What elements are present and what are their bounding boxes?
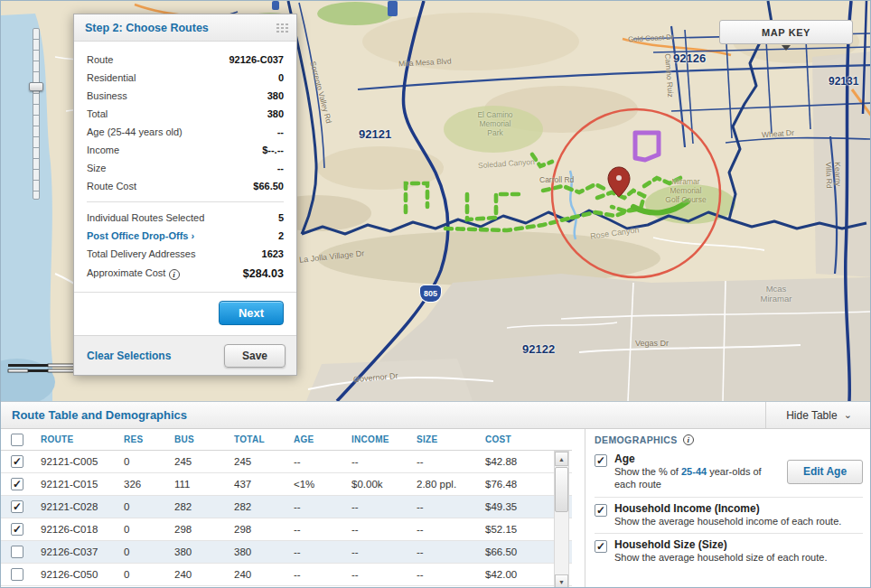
field-label: Age (25-44 years old) bbox=[87, 126, 183, 137]
field-value: 380 bbox=[267, 108, 284, 119]
summary-value: 2 bbox=[278, 230, 284, 241]
summary-value: 1623 bbox=[262, 248, 284, 259]
field-label: Total bbox=[87, 108, 108, 119]
map-label-kearny-villa-rd: Kearny Villa Rd bbox=[823, 162, 842, 193]
panel-header: Step 2: Choose Routes bbox=[74, 14, 296, 42]
row-checkbox[interactable]: ✓ bbox=[11, 478, 23, 490]
cell-income: -- bbox=[344, 569, 409, 580]
field-value: 380 bbox=[267, 90, 284, 101]
cell-bus: 111 bbox=[167, 479, 227, 490]
save-button[interactable]: Save bbox=[224, 344, 286, 368]
cell-size: -- bbox=[409, 569, 478, 580]
cell-size: -- bbox=[409, 524, 478, 535]
income-checkbox[interactable]: ✓ bbox=[595, 504, 607, 517]
field-residential: Residential0 bbox=[87, 69, 284, 87]
drag-handle-icon[interactable] bbox=[276, 23, 289, 33]
table-section-title: Route Table and Demographics bbox=[1, 408, 187, 422]
table-row[interactable]: ✓ 92121-C015 326 111 437 <1% $0.00k 2.80… bbox=[1, 473, 572, 496]
next-button[interactable]: Next bbox=[219, 301, 284, 325]
table-scrollbar[interactable]: ▲ ▼ bbox=[554, 451, 569, 588]
column-header-total[interactable]: TOTAL bbox=[227, 434, 286, 444]
map-label-el-camino-memorial-park: El Camino Memorial Park bbox=[464, 111, 527, 137]
zoom-slider[interactable] bbox=[28, 28, 44, 200]
summary-label: Approximate Cost bbox=[87, 267, 165, 278]
cell-total: 245 bbox=[227, 456, 286, 467]
field-size: Size-- bbox=[87, 159, 284, 177]
table-section-header: Route Table and Demographics Hide Table … bbox=[1, 402, 871, 429]
demographics-header: DEMOGRAPHICS i bbox=[595, 434, 863, 445]
map-label-vegas-dr: Vegas Dr bbox=[635, 339, 669, 348]
summary-value: $284.03 bbox=[243, 267, 284, 280]
cell-res: 0 bbox=[117, 501, 167, 512]
row-checkbox[interactable] bbox=[11, 546, 23, 558]
table-row[interactable]: 92126-C050 0 240 240 -- -- -- $42.00 bbox=[1, 564, 572, 586]
column-header-size[interactable]: SIZE bbox=[409, 434, 478, 444]
info-icon[interactable]: i bbox=[169, 269, 180, 280]
cell-bus: 380 bbox=[167, 546, 227, 557]
age-text: Age Show the % of 25-44 year-olds of eac… bbox=[614, 453, 780, 491]
edit-age-button[interactable]: Edit Age bbox=[787, 460, 863, 484]
zoom-slider-track[interactable] bbox=[33, 28, 40, 200]
size-text: Household Size (Size) Show the average h… bbox=[614, 538, 863, 564]
field-label: Route bbox=[87, 54, 113, 65]
table-row[interactable]: 92126-C037 0 380 380 -- -- -- $66.50 bbox=[1, 541, 572, 564]
field-label: Size bbox=[87, 163, 106, 173]
summary-label: Total Delivery Addresses bbox=[87, 248, 195, 259]
route-table-section: Route Table and Demographics Hide Table … bbox=[1, 401, 871, 588]
size-checkbox[interactable]: ✓ bbox=[595, 540, 607, 553]
cell-res: 0 bbox=[117, 524, 167, 535]
summary-approx-cost: Approximate Cost i $284.03 bbox=[87, 263, 284, 285]
cell-total: 240 bbox=[227, 569, 286, 580]
age-desc: Show the % of 25-44 year-olds of each ro… bbox=[614, 465, 780, 491]
age-checkbox[interactable]: ✓ bbox=[595, 454, 607, 467]
scroll-up-icon: ▲ bbox=[558, 456, 565, 462]
field-route-cost: Route Cost$66.50 bbox=[87, 177, 284, 195]
column-header-income[interactable]: INCOME bbox=[344, 434, 409, 444]
field-total: Total380 bbox=[87, 105, 284, 123]
cell-res: 0 bbox=[117, 546, 167, 557]
summary-value: 5 bbox=[278, 212, 284, 223]
cell-route: 92121-C015 bbox=[33, 479, 117, 490]
cell-size: -- bbox=[409, 501, 478, 512]
column-header-bus[interactable]: BUS bbox=[167, 434, 227, 444]
map-key-button[interactable]: MAP KEY bbox=[719, 20, 853, 44]
field-age: Age (25-44 years old)-- bbox=[87, 123, 284, 141]
row-checkbox[interactable]: ✓ bbox=[11, 523, 23, 536]
column-header-route[interactable]: ROUTE bbox=[33, 434, 117, 444]
map-key-caret-icon bbox=[782, 45, 791, 51]
column-header-res[interactable]: RES bbox=[117, 434, 167, 444]
scrollbar-thumb[interactable] bbox=[555, 467, 568, 512]
summary-dropoffs: Post Office Drop-Offs ›2 bbox=[87, 227, 284, 245]
zoom-slider-handle[interactable] bbox=[29, 82, 43, 91]
table-row[interactable]: ✓ 92121-C005 0 245 245 -- -- -- $42.88 bbox=[1, 451, 572, 473]
age-desc-before: Show the % of bbox=[614, 466, 681, 477]
age-range-link[interactable]: 25-44 bbox=[681, 466, 707, 477]
cell-route: 92126-C018 bbox=[33, 524, 117, 535]
cell-route: 92126-C050 bbox=[33, 569, 117, 580]
clear-selections-link[interactable]: Clear Selections bbox=[87, 350, 171, 362]
hide-table-button[interactable]: Hide Table ⌄ bbox=[765, 402, 871, 428]
demographic-item-income: ✓ Household Income (Income) Show the ave… bbox=[595, 498, 863, 534]
row-checkbox[interactable]: ✓ bbox=[11, 500, 23, 513]
row-checkbox[interactable]: ✓ bbox=[11, 455, 23, 468]
summary-routes-selected: Individual Routes Selected5 bbox=[87, 209, 284, 227]
scroll-down-button[interactable]: ▼ bbox=[555, 574, 568, 588]
cell-total: 282 bbox=[227, 501, 286, 512]
column-header-cost[interactable]: COST bbox=[478, 434, 552, 444]
table-row[interactable]: ✓ 92126-C018 0 298 298 -- -- -- $52.15 bbox=[1, 518, 572, 541]
field-value: $66.50 bbox=[253, 181, 284, 191]
map-label-miramar-golf-course: Miramar Memorial Golf Course bbox=[653, 178, 718, 204]
cell-route: 92126-C037 bbox=[33, 546, 117, 557]
field-value: -- bbox=[277, 163, 284, 173]
field-value: 0 bbox=[278, 72, 284, 83]
info-icon[interactable]: i bbox=[683, 434, 694, 445]
demographics-panel: DEMOGRAPHICS i ✓ Age Show the % of 25-44… bbox=[585, 429, 871, 588]
select-all-checkbox[interactable] bbox=[11, 434, 23, 446]
row-checkbox[interactable] bbox=[11, 568, 23, 581]
table-row[interactable]: ✓ 92121-C028 0 282 282 -- -- -- $49.35 bbox=[1, 496, 572, 518]
scroll-up-button[interactable]: ▲ bbox=[555, 452, 568, 466]
demographic-item-age: ✓ Age Show the % of 25-44 year-olds of e… bbox=[595, 448, 863, 498]
column-header-age[interactable]: AGE bbox=[286, 434, 344, 444]
summary-total-addresses: Total Delivery Addresses1623 bbox=[87, 245, 284, 263]
post-office-dropoffs-link[interactable]: Post Office Drop-Offs › bbox=[87, 230, 194, 241]
